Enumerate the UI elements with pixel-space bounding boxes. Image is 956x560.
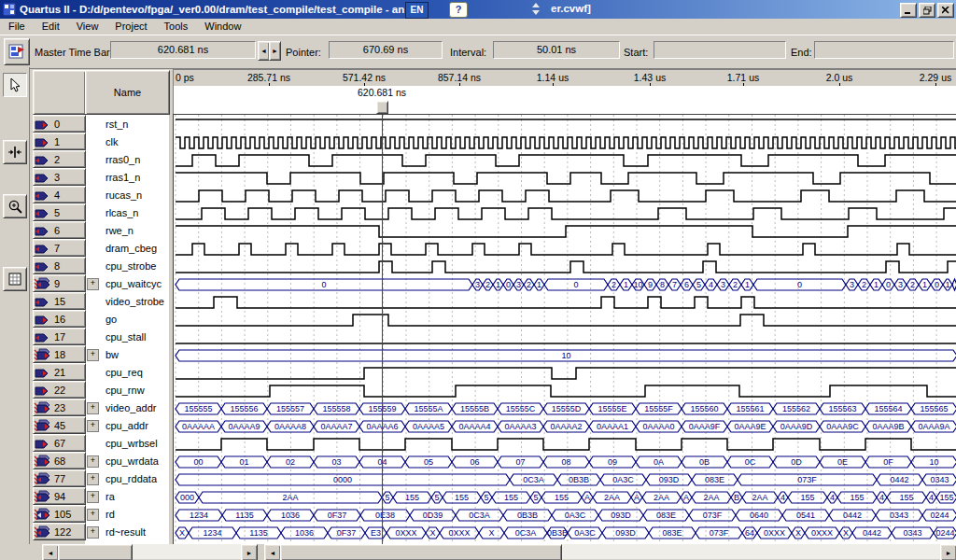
timeline-ruler[interactable]: 0 ps285.71 ns571.42 ns857.14 ns1.14 us1.… [173,69,956,88]
wave-scroll-left-icon[interactable]: ◄ [264,544,281,560]
signal-row-cpu_strobe[interactable]: cpu_strobe [86,257,168,274]
signal-number-button-cpu_stall[interactable]: 17 [33,328,86,345]
splitter-tool-button[interactable] [3,140,27,164]
waveform-display-area[interactable]: 0321032102110987654321032103210110155555… [173,114,956,544]
signal-number-button-dram_cbeg[interactable]: 7 [33,239,86,257]
name-column-header[interactable]: Name [85,70,170,115]
in-pin-icon [34,401,51,413]
signal-number-button-bw[interactable]: 18 [33,345,86,363]
expand-plus-icon[interactable]: + [87,491,99,503]
expand-plus-icon[interactable]: + [87,473,99,485]
wave-hscrollbar[interactable]: ◄ ► [264,544,955,559]
expand-plus-icon[interactable]: + [87,455,99,468]
names-hscrollbar[interactable]: ◄ ► [42,544,256,559]
svg-text:07: 07 [515,457,525,467]
svg-text:B: B [734,493,739,502]
signal-number-button-go[interactable]: 16 [33,310,86,328]
signal-number-button-cpu_rddata[interactable]: 77 [33,469,86,487]
waveform-editor-icon-button[interactable] [4,38,30,65]
names-scroll-left-icon[interactable]: ◄ [42,544,59,560]
signal-number-button-rd~result[interactable]: 122 [33,523,86,540]
signal-number-button-cpu_wrdata[interactable]: 68 [33,452,86,469]
signal-row-rd[interactable]: +rd [86,505,168,523]
end-field[interactable] [814,41,954,59]
signal-row-video_addr[interactable]: +video_addr [86,399,168,416]
signal-row-rlcas_n[interactable]: rlcas_n [86,203,168,221]
menu-project[interactable]: Project [106,19,155,35]
signal-row-rd~result[interactable]: +rd~result [86,523,168,540]
master-time-right-button[interactable]: ► [269,41,281,61]
signal-row-video_strobe[interactable]: video_strobe [86,292,168,310]
signal-row-rwe_n[interactable]: rwe_n [86,221,168,239]
master-time-bar-field[interactable]: 620.681 ns [110,41,256,59]
signal-number-button-cpu_req[interactable]: 21 [33,363,86,381]
selection-tool-button[interactable] [3,73,27,97]
signal-number-button-cpu_rnw[interactable]: 22 [33,381,86,399]
signal-number-button-cpu_wrbsel[interactable]: 67 [33,434,86,452]
langbar-spin-icon[interactable] [532,3,541,16]
title-bar[interactable]: Quartus II - D:/d/pentevo/fpga/_ver0.00/… [0,0,956,19]
signal-row-cpu_waitcyc[interactable]: +cpu_waitcyc [86,274,168,292]
svg-text:4: 4 [929,493,934,502]
signal-number-button-rwe_n[interactable]: 6 [33,221,86,239]
expand-plus-icon[interactable]: + [87,509,99,521]
names-scroll-thumb[interactable] [58,544,133,560]
expand-plus-icon[interactable]: + [87,402,99,414]
signal-row-cpu_stall[interactable]: cpu_stall [86,328,168,345]
signal-row-rst_n[interactable]: rst_n [86,115,168,133]
expand-plus-icon[interactable]: + [87,349,99,361]
expand-plus-icon[interactable]: + [87,278,99,290]
signal-row-rras1_n[interactable]: rras1_n [86,168,168,186]
wave-scroll-right-icon[interactable]: ► [940,544,956,560]
signal-row-bw[interactable]: +bw [86,345,168,363]
signal-row-rras0_n[interactable]: rras0_n [86,150,168,168]
signal-number-button-rras1_n[interactable]: 3 [33,168,86,186]
zoom-tool-button[interactable] [3,194,27,218]
close-button[interactable] [937,3,954,18]
signal-number-button-rucas_n[interactable]: 4 [33,186,86,203]
signal-row-dram_cbeg[interactable]: dram_cbeg [86,239,168,257]
start-field[interactable] [654,41,786,59]
signal-number-button-rras0_n[interactable]: 2 [33,150,86,168]
svg-text:0AAA9D: 0AAA9D [780,422,813,431]
expand-plus-icon[interactable]: + [87,526,99,539]
grid-text-tool-button[interactable] [3,267,27,291]
signal-number-button-cpu_strobe[interactable]: 8 [33,257,86,274]
signal-row-clk[interactable]: clk [86,133,168,150]
signal-number-button-clk[interactable]: 1 [33,133,86,150]
expand-plus-icon[interactable]: + [87,420,99,432]
signal-number-button-rst_n[interactable]: 0 [33,115,86,133]
svg-text:1234: 1234 [190,511,208,520]
signal-number-button-video_strobe[interactable]: 15 [33,292,86,310]
signal-row-cpu_rnw[interactable]: cpu_rnw [86,381,168,399]
minimize-button[interactable] [900,3,917,18]
svg-text:2: 2 [485,280,490,289]
help-bubble-icon[interactable]: ? [449,2,468,18]
signal-row-ra[interactable]: +ra [86,487,168,505]
restore-button[interactable] [919,3,935,18]
signal-number-button-rd[interactable]: 105 [33,505,86,523]
menu-window[interactable]: Window [196,19,249,35]
names-scroll-right-icon[interactable]: ► [241,544,258,560]
master-time-bar-handle[interactable] [376,101,388,114]
signal-number-button-video_addr[interactable]: 23 [33,399,86,416]
signal-row-cpu_rddata[interactable]: +cpu_rddata [86,469,168,487]
language-badge[interactable]: EN [405,2,429,19]
signal-row-cpu_wrdata[interactable]: +cpu_wrdata [86,452,168,469]
signal-number-button-cpu_waitcyc[interactable]: 9 [33,274,86,292]
signal-number-button-cpu_addr[interactable]: 45 [33,416,86,434]
menu-view[interactable]: View [68,19,107,35]
signal-row-cpu_req[interactable]: cpu_req [86,363,168,381]
menu-tools[interactable]: Tools [156,19,197,35]
signal-row-cpu_wrbsel[interactable]: cpu_wrbsel [86,434,168,452]
out-pin-icon [34,206,51,218]
signal-number-button-ra[interactable]: 94 [33,487,86,505]
menu-edit[interactable]: Edit [34,19,68,35]
signal-row-rucas_n[interactable]: rucas_n [86,186,168,203]
signal-row-cpu_addr[interactable]: +cpu_addr [86,416,168,434]
signal-row-go[interactable]: go [86,310,168,328]
signal-number-button-rlcas_n[interactable]: 5 [33,203,86,221]
svg-text:15555B: 15555B [460,404,489,413]
menu-file[interactable]: File [0,19,34,35]
wave-scroll-thumb[interactable] [280,544,562,560]
